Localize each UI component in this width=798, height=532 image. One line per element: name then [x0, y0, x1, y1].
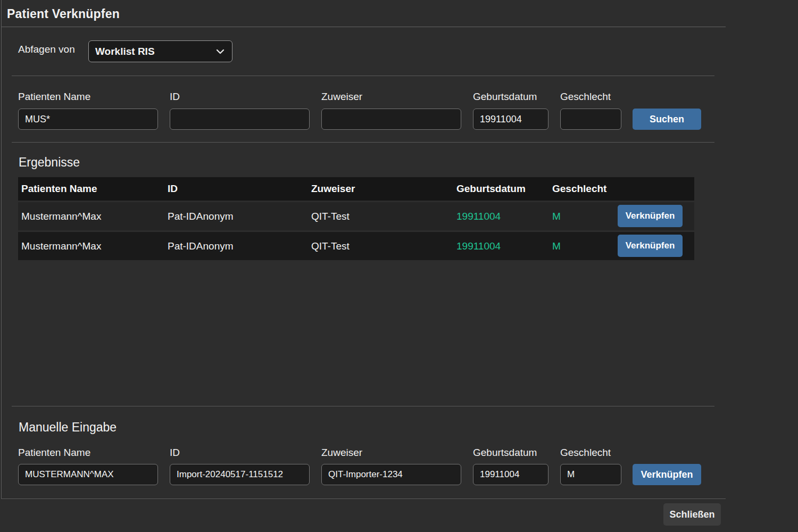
search-birthdate-label: Geburtsdatum — [473, 91, 537, 103]
query-source-value: Worklist RIS — [95, 46, 155, 57]
column-header-sex: Geschlecht — [552, 183, 606, 195]
search-id-input[interactable] — [170, 109, 310, 130]
dialog-left-border — [1, 0, 2, 498]
cell-sex: M — [552, 240, 561, 252]
search-id-label: ID — [170, 91, 180, 103]
search-sex-label: Geschlecht — [560, 91, 611, 103]
cell-referrer: QIT-Test — [311, 211, 350, 222]
cell-patient-id: Pat-IDAnonym — [168, 211, 234, 222]
search-referrer-input[interactable] — [321, 109, 461, 130]
column-header-referrer: Zuweiser — [311, 183, 355, 195]
manual-birthdate-input[interactable] — [473, 464, 548, 485]
manual-id-label: ID — [170, 447, 180, 459]
query-source-select[interactable]: Worklist RIS — [88, 40, 232, 62]
link-row-button[interactable]: Verknüpfen — [618, 205, 683, 227]
results-table-header: Patienten Name ID Zuweiser Geburtsdatum … — [18, 177, 694, 201]
manual-sex-label: Geschlecht — [560, 447, 611, 459]
search-button[interactable]: Suchen — [633, 109, 701, 130]
link-patient-dialog: Patient Verknüpfen Abfagen von Worklist … — [0, 0, 798, 532]
manual-id-input[interactable] — [170, 464, 310, 485]
results-table: Patienten Name ID Zuweiser Geburtsdatum … — [18, 177, 694, 260]
section-divider — [12, 76, 714, 76]
cell-patient-id: Pat-IDAnonym — [168, 240, 234, 252]
search-name-label: Patienten Name — [18, 91, 90, 103]
column-header-id: ID — [168, 183, 178, 195]
search-sex-input[interactable] — [560, 109, 621, 130]
cell-birthdate: 19911004 — [456, 240, 501, 252]
manual-link-button[interactable]: Verknüpfen — [633, 464, 701, 485]
manual-entry-heading: Manuelle Eingabe — [19, 420, 117, 435]
cell-patient-name: Mustermann^Max — [21, 211, 101, 222]
section-divider — [12, 406, 714, 406]
chevron-down-icon — [215, 46, 226, 57]
column-header-birthdate: Geburtsdatum — [456, 183, 526, 195]
manual-sex-input[interactable] — [560, 464, 621, 485]
section-divider — [12, 142, 714, 143]
search-referrer-label: Zuweiser — [321, 91, 362, 103]
search-name-input[interactable] — [18, 109, 158, 130]
cell-patient-name: Mustermann^Max — [21, 240, 101, 252]
manual-referrer-label: Zuweiser — [321, 447, 362, 459]
table-row: Mustermann^Max Pat-IDAnonym QIT-Test 199… — [18, 232, 694, 260]
title-divider — [1, 27, 726, 27]
results-heading: Ergebnisse — [19, 155, 80, 170]
cell-sex: M — [552, 211, 561, 222]
footer-divider — [1, 498, 726, 499]
link-row-button[interactable]: Verknüpfen — [618, 235, 683, 257]
cell-referrer: QIT-Test — [311, 240, 350, 252]
table-row: Mustermann^Max Pat-IDAnonym QIT-Test 199… — [18, 202, 694, 230]
column-header-name: Patienten Name — [21, 183, 97, 195]
dialog-title: Patient Verknüpfen — [7, 7, 120, 21]
query-source-label: Abfagen von — [18, 44, 75, 55]
manual-birthdate-label: Geburtsdatum — [473, 447, 537, 459]
manual-referrer-input[interactable] — [321, 464, 461, 485]
manual-name-label: Patienten Name — [18, 447, 90, 459]
cell-birthdate: 19911004 — [456, 211, 501, 222]
search-birthdate-input[interactable] — [473, 109, 548, 130]
close-button[interactable]: Schließen — [663, 503, 721, 526]
manual-name-input[interactable] — [18, 464, 158, 485]
